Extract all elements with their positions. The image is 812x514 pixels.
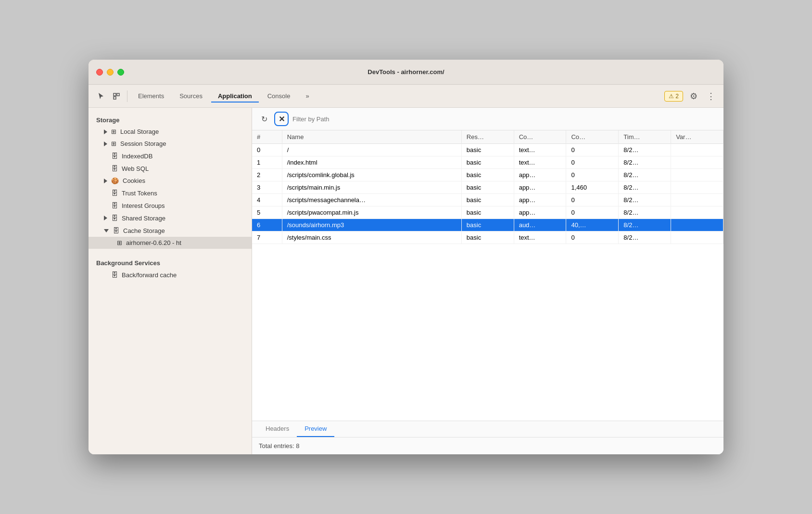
expand-icon bbox=[104, 179, 107, 183]
table-cell: basic bbox=[461, 219, 514, 231]
main-panel: ↻ ✕ # Name Res… Co… Co… Tim… V bbox=[252, 108, 723, 454]
table-cell: 8/2… bbox=[619, 181, 671, 194]
col-header-res: Res… bbox=[461, 130, 514, 144]
table-cell: app… bbox=[514, 194, 566, 206]
table-cell: 8/2… bbox=[619, 144, 671, 156]
table-cell: /sounds/airhorn.mp3 bbox=[282, 219, 461, 231]
sidebar-item-cache-storage[interactable]: 🗄 Cache Storage bbox=[89, 224, 252, 237]
table-cell bbox=[671, 181, 723, 194]
table-cell bbox=[671, 194, 723, 206]
more-options-button[interactable]: ⋮ bbox=[704, 90, 718, 103]
table-cell: basic bbox=[461, 231, 514, 244]
tab-sources[interactable]: Sources bbox=[173, 90, 209, 103]
sidebar-item-label: Web SQL bbox=[122, 165, 149, 172]
table-row[interactable]: 3/scripts/main.min.jsbasicapp…1,4608/2… bbox=[252, 181, 723, 194]
maximize-button[interactable] bbox=[117, 69, 124, 76]
table-cell: 0 bbox=[566, 206, 619, 219]
table-cell: 0 bbox=[252, 144, 282, 156]
table-cell: basic bbox=[461, 194, 514, 206]
sidebar-item-indexeddb[interactable]: 🗄 IndexedDB bbox=[89, 150, 252, 162]
table-header-row: # Name Res… Co… Co… Tim… Var… bbox=[252, 130, 723, 144]
table-cell: 5 bbox=[252, 206, 282, 219]
tab-headers[interactable]: Headers bbox=[258, 421, 297, 437]
title-bar: DevTools - airhorner.com/ bbox=[89, 60, 723, 85]
toolbar: Elements Sources Application Console » ⚠… bbox=[89, 85, 723, 108]
sidebar-item-interest-groups[interactable]: 🗄 Interest Groups bbox=[89, 199, 252, 212]
sidebar-item-cache-entry[interactable]: ⊞ airhorner-0.6.20 - ht bbox=[89, 237, 252, 249]
table-row[interactable]: 5/scripts/pwacompat.min.jsbasicapp…08/2… bbox=[252, 206, 723, 219]
svg-rect-2 bbox=[114, 97, 116, 99]
sidebar-item-shared-storage[interactable]: 🗄 Shared Storage bbox=[89, 212, 252, 224]
table-row[interactable]: 1/index.htmlbasictext…08/2… bbox=[252, 156, 723, 169]
tab-preview[interactable]: Preview bbox=[297, 421, 334, 437]
window-controls bbox=[96, 69, 124, 76]
indexeddb-icon: 🗄 bbox=[111, 152, 118, 160]
sidebar-item-cookies[interactable]: 🍪 Cookies bbox=[89, 175, 252, 187]
table-cell: 8/2… bbox=[619, 219, 671, 231]
settings-button[interactable]: ⚙ bbox=[687, 90, 700, 103]
tab-console[interactable]: Console bbox=[261, 90, 297, 103]
sidebar-item-local-storage[interactable]: ⊞ Local Storage bbox=[89, 126, 252, 138]
sidebar-item-session-storage[interactable]: ⊞ Session Storage bbox=[89, 138, 252, 150]
inspect-icon[interactable] bbox=[110, 90, 123, 103]
total-entries-text: Total entries: 8 bbox=[259, 442, 300, 450]
col-header-co1: Co… bbox=[514, 130, 566, 144]
sidebar-item-trust-tokens[interactable]: 🗄 Trust Tokens bbox=[89, 187, 252, 199]
table-cell: /styles/main.css bbox=[282, 231, 461, 244]
table-cell bbox=[671, 206, 723, 219]
table-cell: 8/2… bbox=[619, 169, 671, 181]
minimize-button[interactable] bbox=[107, 69, 114, 76]
table-cell: 0 bbox=[566, 231, 619, 244]
table-cell: 6 bbox=[252, 219, 282, 231]
table-cell: /scripts/pwacompat.min.js bbox=[282, 206, 461, 219]
table-cell bbox=[671, 231, 723, 244]
sidebar-item-label: Cache Storage bbox=[123, 227, 165, 234]
divider bbox=[127, 90, 127, 102]
bottom-tabs: Headers Preview bbox=[252, 421, 723, 437]
warning-badge[interactable]: ⚠ 2 bbox=[664, 91, 683, 102]
table-cell: app… bbox=[514, 181, 566, 194]
cache-entry-icon: ⊞ bbox=[117, 239, 122, 246]
table-cell: 4 bbox=[252, 194, 282, 206]
svg-rect-0 bbox=[114, 93, 116, 96]
table-cell: /index.html bbox=[282, 156, 461, 169]
table-cell: basic bbox=[461, 144, 514, 156]
table-cell: text… bbox=[514, 144, 566, 156]
table-cell: 0 bbox=[566, 194, 619, 206]
table-cell: text… bbox=[514, 231, 566, 244]
table-cell: 2 bbox=[252, 169, 282, 181]
table-cell: basic bbox=[461, 169, 514, 181]
table-cell: text… bbox=[514, 156, 566, 169]
filter-input[interactable] bbox=[292, 116, 718, 123]
tab-elements[interactable]: Elements bbox=[131, 90, 171, 103]
table-row[interactable]: 6/sounds/airhorn.mp3basicaud…40,…8/2… bbox=[252, 219, 723, 231]
sidebar-item-label: Local Storage bbox=[120, 128, 159, 135]
refresh-button[interactable]: ↻ bbox=[258, 113, 270, 125]
trust-tokens-icon: 🗄 bbox=[111, 189, 118, 197]
sidebar-item-label: Shared Storage bbox=[122, 215, 165, 222]
table-row[interactable]: 2/scripts/comlink.global.jsbasicapp…08/2… bbox=[252, 169, 723, 181]
table-cell: 40,… bbox=[566, 219, 619, 231]
tab-more[interactable]: » bbox=[299, 90, 316, 103]
clear-filter-button[interactable]: ✕ bbox=[274, 112, 289, 126]
cursor-icon[interactable] bbox=[94, 90, 108, 103]
table-row[interactable]: 4/scripts/messagechannela…basicapp…08/2… bbox=[252, 194, 723, 206]
collapse-icon bbox=[104, 229, 109, 232]
table-cell bbox=[671, 169, 723, 181]
table-cell: 8/2… bbox=[619, 194, 671, 206]
table-cell: app… bbox=[514, 169, 566, 181]
sidebar-item-label: Back/forward cache bbox=[122, 271, 177, 279]
sidebar-item-back-forward-cache[interactable]: 🗄 Back/forward cache bbox=[89, 269, 252, 281]
close-button[interactable] bbox=[96, 69, 103, 76]
table-cell: aud… bbox=[514, 219, 566, 231]
tab-application[interactable]: Application bbox=[211, 90, 259, 103]
sidebar-item-label: airhorner-0.6.20 - ht bbox=[126, 239, 181, 246]
table-row[interactable]: 0/basictext…08/2… bbox=[252, 144, 723, 156]
toolbar-right: ⚠ 2 ⚙ ⋮ bbox=[664, 90, 718, 103]
sidebar-item-web-sql[interactable]: 🗄 Web SQL bbox=[89, 162, 252, 175]
table-cell: /scripts/main.min.js bbox=[282, 181, 461, 194]
shared-storage-icon: 🗄 bbox=[111, 214, 118, 222]
table-row[interactable]: 7/styles/main.cssbasictext…08/2… bbox=[252, 231, 723, 244]
table-cell: /scripts/messagechannela… bbox=[282, 194, 461, 206]
sidebar-item-label: Cookies bbox=[123, 177, 145, 184]
